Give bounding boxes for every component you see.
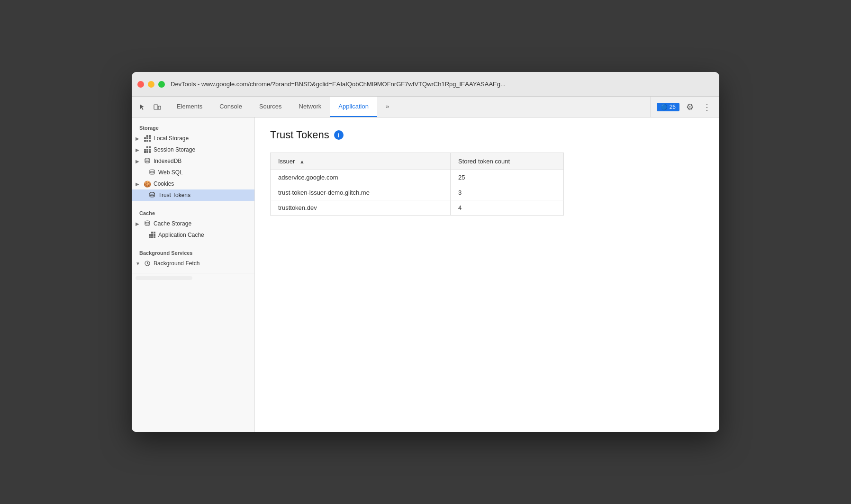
table-row: adservice.google.com 25 <box>271 170 564 185</box>
sidebar: Storage ▶ Local Storage ▶ Session Storag… <box>132 117 255 432</box>
col-header-issuer[interactable]: Issuer ▲ <box>271 153 451 170</box>
sidebar-item-session-storage[interactable]: ▶ Session Storage <box>132 144 254 155</box>
tab-more[interactable]: » <box>377 97 398 117</box>
application-cache-icon <box>149 232 155 238</box>
badge-count: 26 <box>670 104 676 110</box>
table-row: trusttoken.dev 4 <box>271 200 564 216</box>
trust-tokens-table: Issuer ▲ Stored token count adservice.go… <box>270 153 564 216</box>
close-button[interactable] <box>137 81 144 88</box>
tab-elements[interactable]: Elements <box>168 97 211 117</box>
sidebar-item-web-sql[interactable]: Web SQL <box>132 167 254 178</box>
cookies-icon: 🍪 <box>144 180 151 187</box>
sidebar-item-trust-tokens[interactable]: Trust Tokens <box>132 189 254 201</box>
svg-rect-1 <box>158 106 161 109</box>
web-sql-icon <box>149 169 155 176</box>
svg-point-2 <box>145 158 150 160</box>
expand-arrow-open-icon: ▼ <box>136 261 141 266</box>
tab-application[interactable]: Application <box>330 97 377 117</box>
svg-rect-0 <box>154 105 158 109</box>
svg-point-4 <box>150 192 154 194</box>
web-sql-label: Web SQL <box>158 169 183 176</box>
tab-console[interactable]: Console <box>211 97 251 117</box>
devtools-window: DevTools - www.google.com/chrome/?brand=… <box>132 72 719 432</box>
issuer-cell: trust-token-issuer-demo.glitch.me <box>271 185 451 200</box>
settings-icon[interactable]: ⚙ <box>683 100 697 114</box>
count-cell: 25 <box>451 170 564 185</box>
background-fetch-label: Background Fetch <box>154 260 199 267</box>
sidebar-item-application-cache[interactable]: Application Cache <box>132 229 254 241</box>
trust-tokens-icon <box>149 192 155 198</box>
expand-arrow-icon: ▶ <box>136 221 141 226</box>
bg-services-section-header: Background Services <box>132 246 254 258</box>
sort-arrow-icon: ▲ <box>299 159 305 164</box>
count-cell: 4 <box>451 200 564 216</box>
tab-sources[interactable]: Sources <box>251 97 290 117</box>
cursor-icon[interactable] <box>136 100 149 114</box>
page-title-row: Trust Tokens i <box>270 129 704 141</box>
issuer-cell: trusttoken.dev <box>271 200 451 216</box>
badge-icon: 🔵 <box>661 104 668 110</box>
toolbar-right: 🔵 26 ⚙ ⋮ <box>651 97 719 117</box>
tabs: Elements Console Sources Network Applica… <box>168 97 651 117</box>
background-fetch-icon <box>144 260 151 267</box>
minimize-button[interactable] <box>148 81 154 88</box>
session-storage-label: Session Storage <box>154 146 195 153</box>
window-title: DevTools - www.google.com/chrome/?brand=… <box>171 81 714 88</box>
storage-section-header: Storage <box>132 121 254 133</box>
local-storage-label: Local Storage <box>154 135 189 142</box>
maximize-button[interactable] <box>158 81 165 88</box>
sidebar-item-local-storage[interactable]: ▶ Local Storage <box>132 133 254 144</box>
main-panel: Trust Tokens i Issuer ▲ Stored token cou… <box>255 117 719 432</box>
application-cache-label: Application Cache <box>158 232 204 238</box>
session-storage-icon <box>144 146 151 153</box>
table-row: trust-token-issuer-demo.glitch.me 3 <box>271 185 564 200</box>
local-storage-icon <box>144 135 151 142</box>
svg-point-5 <box>145 221 150 223</box>
trust-tokens-label: Trust Tokens <box>158 192 190 198</box>
expand-arrow-icon: ▶ <box>136 136 141 141</box>
expand-arrow-icon: ▶ <box>136 147 141 153</box>
sidebar-item-indexeddb[interactable]: ▶ IndexedDB <box>132 155 254 167</box>
toolbar-icons <box>132 97 168 117</box>
traffic-lights <box>137 81 165 88</box>
sidebar-item-cookies[interactable]: ▶ 🍪 Cookies <box>132 178 254 189</box>
cache-storage-label: Cache Storage <box>154 220 191 227</box>
info-icon[interactable]: i <box>334 130 344 140</box>
svg-point-3 <box>150 170 154 171</box>
sidebar-scrollbar[interactable] <box>136 276 192 280</box>
tab-network[interactable]: Network <box>290 97 330 117</box>
sidebar-item-cache-storage[interactable]: ▶ Cache Storage <box>132 218 254 229</box>
issuer-cell: adservice.google.com <box>271 170 451 185</box>
expand-arrow-icon: ▶ <box>136 159 141 164</box>
expand-arrow-icon: ▶ <box>136 181 141 187</box>
page-title: Trust Tokens <box>270 129 329 141</box>
indexeddb-label: IndexedDB <box>154 158 181 164</box>
cookies-label: Cookies <box>154 180 174 187</box>
device-toggle-icon[interactable] <box>151 100 164 114</box>
sidebar-item-background-fetch[interactable]: ▼ Background Fetch <box>132 258 254 269</box>
cache-section-header: Cache <box>132 207 254 218</box>
col-header-count[interactable]: Stored token count <box>451 153 564 170</box>
cache-storage-icon <box>144 220 151 227</box>
count-cell: 3 <box>451 185 564 200</box>
title-bar: DevTools - www.google.com/chrome/?brand=… <box>132 72 719 97</box>
devtools-toolbar: Elements Console Sources Network Applica… <box>132 97 719 117</box>
indexeddb-icon <box>144 158 151 164</box>
issues-badge[interactable]: 🔵 26 <box>657 103 679 111</box>
main-content: Storage ▶ Local Storage ▶ Session Storag… <box>132 117 719 432</box>
more-options-icon[interactable]: ⋮ <box>700 100 714 114</box>
